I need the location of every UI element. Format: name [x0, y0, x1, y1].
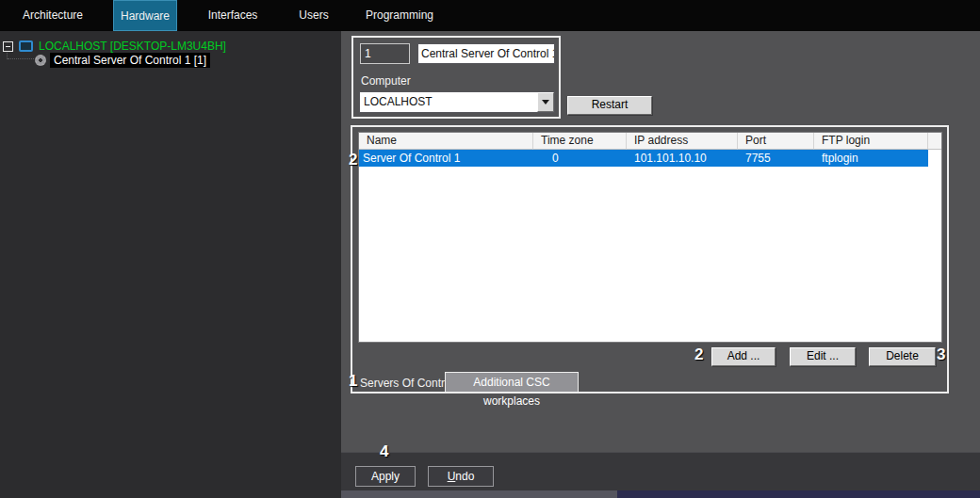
add-button[interactable]: Add ...: [711, 347, 776, 366]
computer-dropdown[interactable]: LOCALHOST: [359, 91, 555, 113]
table-header-row: Name Time zone IP address Port FTP login: [359, 133, 941, 150]
server-id-field[interactable]: 1: [360, 43, 410, 64]
restart-button[interactable]: Restart: [567, 96, 652, 115]
tab-architecture[interactable]: Architecture: [19, 0, 87, 31]
col-ftp-login[interactable]: FTP login: [814, 133, 928, 150]
tree-connector-horizontal: [8, 58, 34, 59]
edit-button[interactable]: Edit ...: [790, 347, 856, 366]
callout-2-row: 2: [349, 151, 357, 169]
tree-node-central-server-label[interactable]: Central Server Of Control 1 [1]: [50, 53, 210, 68]
scrollbar-thumb[interactable]: [341, 490, 617, 498]
server-name-input[interactable]: Central Server Of Control 1: [417, 43, 555, 64]
tab-hardware[interactable]: Hardware: [113, 0, 177, 31]
callout-4-apply: 4: [380, 442, 388, 461]
cell-port[interactable]: 7755: [738, 150, 814, 167]
delete-button[interactable]: Delete: [869, 347, 936, 366]
tree-node-localhost-label[interactable]: LOCALHOST [DESKTOP-LM3U4BH]: [39, 40, 226, 53]
collapse-icon[interactable]: [3, 41, 13, 52]
tree-node-central-server[interactable]: Central Server Of Control 1 [1]: [35, 53, 210, 68]
callout-1-tabs: 1: [349, 372, 357, 391]
gear-icon: [35, 55, 46, 66]
server-properties-group: 1 Central Server Of Control 1 Computer L…: [351, 36, 561, 119]
horizontal-scrollbar[interactable]: [341, 490, 980, 498]
apply-button[interactable]: Apply: [355, 466, 416, 487]
hardware-content-panel: 1 Central Server Of Control 1 Computer L…: [341, 31, 980, 452]
cell-ip-address[interactable]: 101.101.10.10: [627, 150, 738, 167]
servers-list-group: Name Time zone IP address Port FTP login…: [351, 125, 949, 394]
col-port[interactable]: Port: [738, 133, 814, 150]
tab-additional-csc-workplaces[interactable]: Additional CSC workplaces: [445, 372, 579, 393]
table-row[interactable]: Server Of Control 1 0 101.101.10.10 7755…: [359, 150, 941, 167]
callout-2-add: 2: [694, 345, 703, 364]
col-name[interactable]: Name: [359, 133, 533, 150]
dropdown-button[interactable]: [537, 92, 554, 112]
tab-interfaces[interactable]: Interfaces: [203, 0, 263, 31]
tab-users[interactable]: Users: [294, 0, 334, 31]
footer-bar: Apply Undo: [341, 452, 980, 490]
tab-servers-of-control[interactable]: Servers Of Control: [360, 377, 453, 390]
top-menu-bar: Architecture Hardware Interfaces Users P…: [0, 0, 980, 31]
col-time-zone[interactable]: Time zone: [533, 133, 627, 150]
tab-programming[interactable]: Programming: [366, 0, 433, 31]
undo-button-label: Undo: [429, 467, 493, 486]
callout-3-delete: 3: [937, 345, 945, 364]
hardware-tree-panel: LOCALHOST [DESKTOP-LM3U4BH] Central Serv…: [0, 31, 341, 498]
cell-name[interactable]: Server Of Control 1: [359, 150, 533, 167]
undo-button[interactable]: Undo: [428, 466, 494, 487]
cell-ftp-login[interactable]: ftplogin: [814, 150, 928, 167]
app-window: Architecture Hardware Interfaces Users P…: [0, 0, 980, 498]
tree-node-localhost[interactable]: LOCALHOST [DESKTOP-LM3U4BH]: [3, 39, 226, 54]
computer-icon: [19, 40, 33, 52]
col-filler: [928, 133, 941, 150]
computer-label: Computer: [361, 74, 411, 88]
col-ip-address[interactable]: IP address: [627, 133, 738, 150]
chevron-down-icon: [542, 100, 549, 104]
computer-dropdown-value: LOCALHOST: [364, 92, 433, 112]
cell-time-zone[interactable]: 0: [533, 150, 627, 167]
servers-table: Name Time zone IP address Port FTP login…: [358, 132, 942, 343]
